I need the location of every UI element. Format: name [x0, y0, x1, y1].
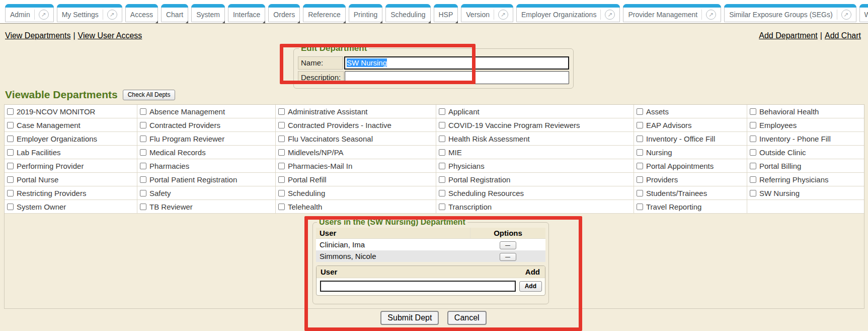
checkbox-portal-refill[interactable] [278, 176, 285, 183]
external-link-icon[interactable]: ↗ [39, 10, 49, 20]
dept-label: Portal Refill [288, 175, 327, 184]
dept-cell-referring-physicians: Referring Physicians [747, 173, 864, 186]
dept-label: Behavioral Health [759, 107, 819, 116]
checkbox-portal-patient-registration[interactable] [140, 176, 146, 183]
dept-cell-scheduling-resources: Scheduling Resources [436, 186, 634, 200]
form-actions: Submit Dept Cancel [293, 311, 574, 325]
dept-label: Performing Provider [17, 162, 84, 170]
view-departments-link[interactable]: View Departments [5, 31, 70, 40]
tab-interface[interactable]: Interface [228, 4, 265, 22]
add-user-button[interactable]: Add [519, 281, 542, 292]
checkbox-physicians[interactable] [439, 163, 445, 169]
checkbox-case-management[interactable] [7, 122, 14, 128]
name-input[interactable]: SW Nursing [344, 56, 569, 70]
tab-access[interactable]: Access [125, 4, 158, 22]
checkbox-providers[interactable] [637, 176, 643, 183]
description-input[interactable] [345, 71, 569, 84]
tab-admin[interactable]: Admin↗ [5, 4, 54, 22]
submit-dept-button[interactable]: Submit Dept [380, 311, 439, 325]
checkbox-behavioral-health[interactable] [750, 108, 756, 115]
dept-cell-midlevels-np-pa: Midlevels/NP/PA [276, 146, 436, 159]
check-all-depts-button[interactable]: Check All Depts [123, 90, 176, 100]
dept-label: Referring Physicians [759, 175, 829, 184]
view-user-access-link[interactable]: View User Access [78, 31, 142, 40]
add-department-link[interactable]: Add Department [759, 31, 818, 40]
checkbox-flu-program-reviewer[interactable] [140, 136, 146, 142]
checkbox-health-risk-assessment[interactable] [439, 136, 445, 142]
tab-label: Similar Exposure Groups (SEGs) [729, 11, 832, 19]
checkbox-safety[interactable] [140, 190, 146, 196]
users-in-department-section: Users in the (SW Nursing) Department Use… [312, 218, 549, 304]
checkbox-assets[interactable] [637, 108, 643, 115]
checkbox-scheduling-resources[interactable] [439, 190, 445, 196]
tab-hsp[interactable]: HSP [434, 4, 458, 22]
checkbox-students-trainees[interactable] [637, 190, 643, 196]
tab-my-settings[interactable]: My Settings↗ [57, 4, 122, 22]
checkbox-scheduling[interactable] [278, 190, 285, 196]
dept-label: Contracted Providers [149, 121, 220, 129]
tab-printing[interactable]: Printing [349, 4, 382, 22]
tab-similar-exposure-groups-segs[interactable]: Similar Exposure Groups (SEGs)↗ [724, 4, 856, 22]
checkbox-portal-appointments[interactable] [637, 163, 643, 169]
tab-work[interactable]: Work [859, 4, 868, 22]
checkbox-contracted-providers[interactable] [140, 122, 146, 128]
checkbox-sw-nursing[interactable] [750, 190, 756, 196]
checkbox-outside-clinic[interactable] [750, 149, 756, 156]
tab-system[interactable]: System [191, 4, 225, 22]
dept-cell-inventory-office-fill: Inventory - Office Fill [634, 132, 747, 146]
cancel-button[interactable]: Cancel [447, 311, 487, 325]
checkbox-performing-provider[interactable] [7, 163, 14, 169]
checkbox-telehealth[interactable] [278, 204, 285, 210]
checkbox-transcription[interactable] [439, 204, 445, 210]
checkbox-tb-reviewer[interactable] [140, 204, 146, 210]
checkbox-nursing[interactable] [637, 149, 643, 156]
checkbox-flu-vaccinators-seasonal[interactable] [278, 136, 285, 142]
checkbox-system-owner[interactable] [7, 204, 14, 210]
checkbox-employees[interactable] [750, 122, 756, 128]
checkbox-travel-reporting[interactable] [637, 204, 643, 210]
external-link-icon[interactable]: ↗ [498, 10, 508, 20]
tab-orders[interactable]: Orders [268, 4, 300, 22]
tab-version[interactable]: Version↗ [461, 4, 513, 22]
checkbox-portal-billing[interactable] [750, 163, 756, 169]
checkbox-2019-ncov-monitor[interactable] [7, 108, 14, 115]
departments-table: 2019-NCOV MONITORAbsence ManagementAdmin… [4, 104, 864, 309]
tab-reference[interactable]: Reference [303, 4, 346, 22]
checkbox-lab-facilities[interactable] [7, 149, 14, 156]
dept-cell-contracted-providers: Contracted Providers [137, 118, 276, 132]
external-link-icon[interactable]: ↗ [107, 10, 117, 20]
dept-cell-pharmacies-mail-in: Pharmacies-Mail In [276, 159, 436, 173]
checkbox-pharmacies[interactable] [140, 163, 146, 169]
tab-chart[interactable]: Chart [161, 4, 188, 22]
checkbox-portal-nurse[interactable] [7, 176, 14, 183]
external-link-icon[interactable]: ↗ [706, 10, 716, 20]
checkbox-referring-physicians[interactable] [750, 176, 756, 183]
tab-scheduling[interactable]: Scheduling [385, 4, 430, 22]
tab-bar: Admin↗My Settings↗AccessChartSystemInter… [0, 0, 868, 24]
tab-provider-management[interactable]: Provider Management↗ [623, 4, 721, 22]
checkbox-absence-management[interactable] [140, 108, 146, 115]
remove-user-button[interactable]: — [500, 241, 516, 249]
checkbox-covid-19-vaccine-program-reviewers[interactable] [439, 122, 445, 128]
checkbox-eap-advisors[interactable] [637, 122, 643, 128]
checkbox-medical-records[interactable] [140, 149, 146, 156]
checkbox-administrative-assistant[interactable] [278, 108, 285, 115]
external-link-icon[interactable]: ↗ [841, 10, 851, 20]
tab-employer-organizations[interactable]: Employer Organizations↗ [516, 4, 620, 22]
checkbox-contracted-providers-inactive[interactable] [278, 122, 285, 128]
checkbox-pharmacies-mail-in[interactable] [278, 163, 285, 169]
checkbox-applicant[interactable] [439, 108, 445, 115]
add-chart-link[interactable]: Add Chart [825, 31, 861, 40]
checkbox-inventory-office-fill[interactable] [637, 136, 643, 142]
checkbox-portal-registration[interactable] [439, 176, 445, 183]
dept-label: Flu Program Reviewer [149, 135, 224, 143]
checkbox-restricting-providers[interactable] [7, 190, 14, 196]
remove-user-button[interactable]: — [500, 253, 516, 261]
external-link-icon[interactable]: ↗ [605, 10, 615, 20]
checkbox-midlevels-np-pa[interactable] [278, 149, 285, 156]
checkbox-inventory-phone-fill[interactable] [750, 136, 756, 142]
checkbox-mie[interactable] [439, 149, 445, 156]
checkbox-employer-organizations[interactable] [7, 136, 14, 142]
add-user-input[interactable] [320, 281, 516, 292]
dept-cell-applicant: Applicant [436, 105, 634, 118]
